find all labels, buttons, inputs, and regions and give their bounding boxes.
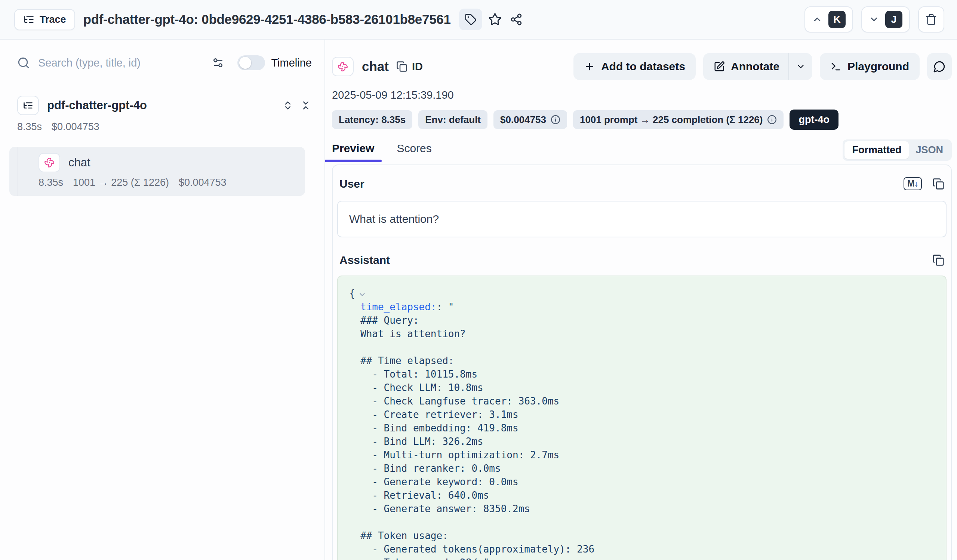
code-line: - Bind reranker: 0.0ms	[360, 462, 935, 475]
playground-label: Playground	[848, 60, 909, 73]
code-line: - Create retriever: 3.1ms	[360, 408, 935, 421]
generation-icon-chip	[332, 57, 354, 76]
search-input[interactable]	[38, 57, 205, 69]
trace-tree-sidebar: Timeline pdf-chatter-gpt-4o 8.35s	[0, 39, 325, 560]
token-usage-badge[interactable]: 1001 prompt → 225 completion (Σ 1226)	[573, 110, 784, 129]
copy-icon	[932, 254, 944, 266]
message-circle-icon	[933, 60, 946, 73]
annotate-dropdown-button[interactable]	[789, 53, 812, 80]
tag-icon	[465, 13, 477, 25]
previous-trace-button[interactable]: K	[804, 6, 853, 33]
fan-icon	[44, 158, 55, 168]
user-message-text: What is attention?	[349, 213, 439, 226]
toggle-knob	[239, 57, 251, 69]
trace-tree: pdf-chatter-gpt-4o 8.35s $0.004753	[17, 96, 313, 196]
tags-button[interactable]	[459, 9, 482, 30]
code-line: What is attention?	[360, 327, 935, 341]
star-icon	[488, 13, 502, 26]
observation-timestamp: 2025-05-09 12:15:39.190	[332, 89, 952, 101]
code-line: - Retrieval: 640.0ms	[360, 489, 935, 502]
code-line	[360, 341, 935, 354]
code-line: - Bind embedding: 419.8ms	[360, 421, 935, 435]
code-line: - Generated tokens(approximately): 236	[360, 543, 935, 556]
tree-root-label: pdf-chatter-gpt-4o	[47, 99, 147, 112]
code-line-key: time_elapsed:: "	[360, 300, 935, 314]
chat-cost: $0.004753	[179, 177, 227, 188]
tab-preview[interactable]: Preview	[332, 142, 374, 162]
share-icon	[510, 13, 523, 26]
format-toggle-json[interactable]: JSON	[909, 141, 950, 159]
annotate-split-button: Annotate	[703, 53, 812, 80]
id-label: ID	[412, 61, 423, 73]
json-key-suffix: : "	[437, 301, 454, 312]
shortcut-key-k: K	[828, 11, 846, 28]
cost-badge[interactable]: $0.004753	[493, 110, 567, 129]
filter-settings-icon[interactable]	[212, 57, 224, 69]
playground-button[interactable]: Playground	[820, 53, 920, 80]
code-line: - Generate answer: 8350.2ms	[360, 502, 935, 516]
code-lines: ### Query:What is attention? ## Time ela…	[360, 314, 935, 560]
add-to-datasets-button[interactable]: Add to datasets	[573, 53, 696, 80]
code-line: - Generate keyword: 0.0ms	[360, 475, 935, 489]
markdown-toggle-button[interactable]: M↓	[903, 177, 922, 190]
next-trace-button[interactable]: J	[861, 6, 910, 33]
tabs-row: Preview Scores Formatted JSON	[332, 139, 952, 164]
add-to-datasets-label: Add to datasets	[601, 60, 685, 73]
root-cost: $0.004753	[52, 121, 99, 133]
info-icon	[767, 115, 777, 125]
preview-content-card: User M↓ What is attention? Assistant	[332, 164, 952, 560]
code-line: ## Token usage:	[360, 529, 935, 543]
annotate-button[interactable]: Annotate	[703, 53, 788, 80]
trace-chip-label: Trace	[39, 14, 66, 25]
copy-assistant-content-button[interactable]	[932, 254, 944, 266]
tab-scores[interactable]: Scores	[396, 142, 431, 162]
trace-root-icon-chip	[17, 96, 39, 115]
delete-trace-button[interactable]	[918, 6, 944, 33]
assistant-section-label: Assistant	[340, 254, 390, 267]
square-pen-icon	[714, 61, 725, 72]
bookmark-star-button[interactable]	[488, 13, 502, 26]
info-icon	[551, 115, 561, 125]
model-badge[interactable]: gpt-4o	[790, 110, 838, 130]
observation-panel: chat ID Add to datasets Ann	[325, 39, 957, 560]
copy-icon	[932, 178, 944, 190]
format-toggle-formatted[interactable]: Formatted	[845, 141, 909, 159]
chat-tokens: 1001 → 225 (Σ 1226)	[73, 177, 169, 188]
assistant-output-box: { time_elapsed:: " ### Query:What is att…	[337, 276, 946, 560]
latency-badge-label: Latency: 8.35s	[339, 114, 406, 126]
metrics-badges-row: Latency: 8.35s Env: default $0.004753 10…	[332, 110, 952, 130]
cost-badge-label: $0.004753	[500, 114, 546, 126]
chevron-down-icon	[796, 62, 805, 71]
tree-indent-guide	[17, 147, 18, 196]
tree-root-metrics: 8.35s $0.004753	[17, 121, 313, 133]
expand-all-icon[interactable]	[283, 100, 293, 110]
code-line	[360, 516, 935, 529]
chevron-down-icon	[358, 290, 366, 299]
tree-root-row[interactable]: pdf-chatter-gpt-4o	[17, 96, 313, 115]
list-tree-icon	[23, 14, 35, 25]
code-line: - Check Langfuse tracer: 363.0ms	[360, 394, 935, 408]
timeline-toggle[interactable]	[237, 55, 265, 70]
env-badge-label: Env: default	[425, 114, 481, 126]
share-button[interactable]	[510, 13, 523, 26]
code-line: ## Time elapsed:	[360, 354, 935, 368]
json-root-toggle[interactable]: {	[349, 287, 935, 300]
code-line: - Multi-turn optimization: 2.7ms	[360, 448, 935, 462]
model-badge-label: gpt-4o	[799, 114, 829, 126]
list-tree-icon	[23, 100, 33, 110]
collapse-all-icon[interactable]	[300, 100, 311, 110]
code-line: - Token speed: 28/s"	[360, 556, 935, 560]
code-line: ### Query:	[360, 314, 935, 327]
json-key: time_elapsed:	[360, 301, 437, 312]
copy-id-button[interactable]	[396, 61, 407, 72]
comments-button[interactable]	[927, 53, 952, 80]
shortcut-key-j: J	[885, 11, 902, 28]
observation-title: chat	[362, 59, 389, 74]
chevron-up-icon	[812, 14, 823, 25]
user-section-label: User	[340, 178, 365, 190]
top-bar: Trace pdf-chatter-gpt-4o: 0bde9629-4251-…	[0, 0, 957, 39]
code-line: - Check LLM: 10.8ms	[360, 381, 935, 394]
copy-icon	[396, 61, 407, 72]
copy-user-content-button[interactable]	[932, 178, 944, 190]
tree-item-chat[interactable]: chat 8.35s 1001 → 225 (Σ 1226) $0.004753	[9, 147, 305, 196]
